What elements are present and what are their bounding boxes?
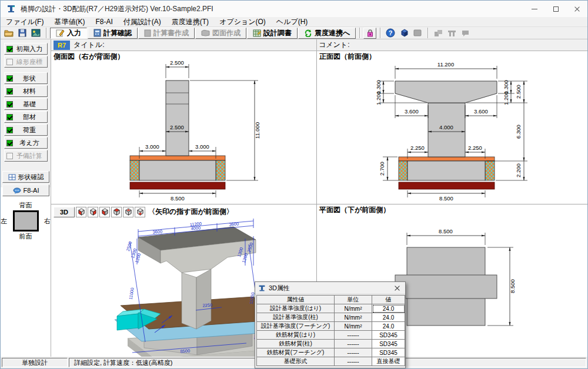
lock-button[interactable]	[363, 28, 376, 39]
minimize-icon	[532, 9, 537, 9]
gray-panel-icon	[413, 29, 422, 36]
attr-name: 鉄筋材質(はり)	[257, 331, 335, 340]
grid-icon	[8, 174, 16, 180]
input-mode-button[interactable]: 入力	[50, 28, 87, 39]
dialog-title: 3D属性	[269, 284, 290, 293]
attr-value[interactable]: SD345	[372, 331, 405, 340]
design-sheet-button[interactable]: 設計調書	[247, 28, 298, 39]
menu-options[interactable]: オプション(O)	[214, 16, 271, 28]
sidebar-item-member[interactable]: 部材	[4, 111, 48, 123]
help-button[interactable]: ?	[384, 28, 397, 39]
table-row: 設計基準強度(柱)N/mm²24.0	[257, 313, 405, 322]
3d-viewer-button[interactable]	[397, 28, 410, 39]
column-header: 属性値	[257, 296, 335, 304]
front-view-title: 正面図（前面側）	[319, 52, 376, 61]
attr-value[interactable]: 24.0	[372, 322, 405, 331]
sidebar-item-preliminary-calc[interactable]: 予備計算	[4, 150, 48, 162]
svg-text:3600: 3600	[152, 229, 162, 234]
calc-check-label: 計算確認	[103, 28, 132, 38]
dim-label: 1.200	[503, 91, 509, 105]
view-cube-top-button[interactable]	[123, 207, 133, 217]
report-create-button[interactable]: 計算書作成	[138, 28, 195, 39]
attributes-table: 属性値 単位 値 設計基準強度(はり)N/mm²24.0 設計基準強度(柱)N/…	[256, 295, 405, 366]
image-icon	[31, 29, 41, 37]
report-icon	[144, 29, 151, 37]
maximize-button[interactable]	[545, 1, 566, 17]
menu-seismic-link[interactable]: 震度連携(T)	[166, 16, 214, 28]
speech-icon	[461, 29, 470, 37]
sidebar-item-label: 基礎	[23, 100, 36, 109]
view-cube-bottom-button[interactable]	[135, 207, 145, 217]
check-icon	[6, 153, 13, 159]
menu-file[interactable]: ファイル(F)	[1, 16, 49, 28]
save-button[interactable]	[16, 28, 29, 39]
menu-standard-values[interactable]: 基準値(K)	[49, 16, 90, 28]
drawing-create-button[interactable]: 図面作成	[195, 28, 246, 39]
disabled-tool-1-button[interactable]	[432, 28, 445, 39]
window-title: 橋脚の設計・3D配筋(R7／H29道示対応) Ver.10-Sample2.PF…	[21, 4, 213, 14]
front-view-drawing: 正面図（前面側） 11.200	[317, 51, 586, 204]
attr-value[interactable]: 24.0	[372, 304, 405, 313]
menu-help[interactable]: ヘルプ(H)	[271, 16, 313, 28]
3d-toggle-button[interactable]: 3D	[54, 207, 75, 217]
attr-value[interactable]: SD345	[372, 340, 405, 348]
chat-bubble-icon	[13, 187, 21, 194]
sidebar-item-foundation[interactable]: 基礎	[4, 98, 48, 110]
menu-attached-design[interactable]: 付属設計(A)	[118, 16, 166, 28]
attr-value[interactable]: SD345	[372, 348, 405, 357]
viewer-settings-button[interactable]	[411, 28, 424, 39]
backfill-hatch-right	[485, 161, 495, 180]
view-cube-front-button[interactable]	[76, 207, 86, 217]
f8ai-label: F8-AI	[24, 187, 39, 194]
shape-check-button[interactable]: 形状確認	[2, 171, 49, 183]
view-cube-icon	[136, 207, 145, 216]
attr-name: 設計基準強度(はり)	[257, 304, 335, 313]
sidebar-item-approach[interactable]: 考え方	[4, 137, 48, 149]
footing-body	[139, 160, 216, 180]
minimize-button[interactable]	[524, 1, 545, 17]
view-cube-right-button[interactable]	[88, 207, 98, 217]
disabled-tool-3-button[interactable]	[459, 28, 472, 39]
calc-check-button[interactable]: 計算確認	[88, 28, 138, 39]
attr-unit: ------	[335, 357, 372, 366]
dialog-close-button[interactable]	[392, 283, 402, 293]
frame-icon	[447, 29, 456, 37]
lock-icon	[367, 29, 373, 37]
front-view-panel: 正面図（前面側） 11.200	[317, 51, 587, 204]
f8ai-button[interactable]: F8-AI	[2, 184, 49, 196]
sidebar-item-shape[interactable]: 形状	[4, 72, 48, 84]
toolbar-separator	[380, 28, 381, 38]
sidebar-item-linear-coords[interactable]: 線形座標	[4, 56, 48, 68]
sidebar-item-label: 形状	[23, 74, 36, 83]
sidebar-item-load[interactable]: 荷重	[4, 124, 48, 136]
sidebar-item-material[interactable]: 材料	[4, 85, 48, 97]
sidebar-item-label: 予備計算	[16, 152, 42, 160]
sidebar-item-initial-input[interactable]: 初期入力	[4, 43, 48, 55]
view-cube-icon	[77, 207, 86, 216]
attr-value[interactable]: 24.0	[372, 313, 405, 322]
dim-label: 3.000	[145, 143, 159, 150]
seismic-link-button[interactable]: 震度連携へ	[298, 28, 356, 39]
disabled-tool-2-button[interactable]	[445, 28, 458, 39]
r7-badge: R7	[54, 41, 70, 50]
pier-column	[166, 80, 189, 156]
title-bar: 橋脚の設計・3D配筋(R7／H29道示対応) Ver.10-Sample2.PF…	[1, 1, 587, 17]
design-sheet-label: 設計調書	[263, 28, 292, 38]
calc-check-icon	[93, 29, 101, 37]
attr-name: 鉄筋材質(フーチング)	[257, 348, 335, 357]
attr-value[interactable]: 直接基礎	[372, 357, 405, 366]
column-header: 単位	[335, 296, 372, 304]
export-image-button[interactable]	[29, 28, 42, 39]
dialog-title-bar[interactable]: 3D属性	[255, 282, 405, 294]
close-button[interactable]	[566, 1, 587, 17]
open-file-button[interactable]	[2, 28, 15, 39]
sidebar-item-label: 材料	[23, 87, 36, 96]
menu-f8ai[interactable]: F8-AI	[90, 17, 118, 26]
dim-label: 8.500	[509, 279, 516, 293]
view-cube-left-button[interactable]	[99, 207, 110, 217]
folder-icon	[4, 29, 14, 37]
sidebar-item-label: 考え方	[19, 139, 39, 147]
view-cube-back-button[interactable]	[111, 207, 122, 217]
header-row: R7 タイトル: コメント:	[51, 39, 587, 51]
drawing-icon	[201, 29, 210, 36]
